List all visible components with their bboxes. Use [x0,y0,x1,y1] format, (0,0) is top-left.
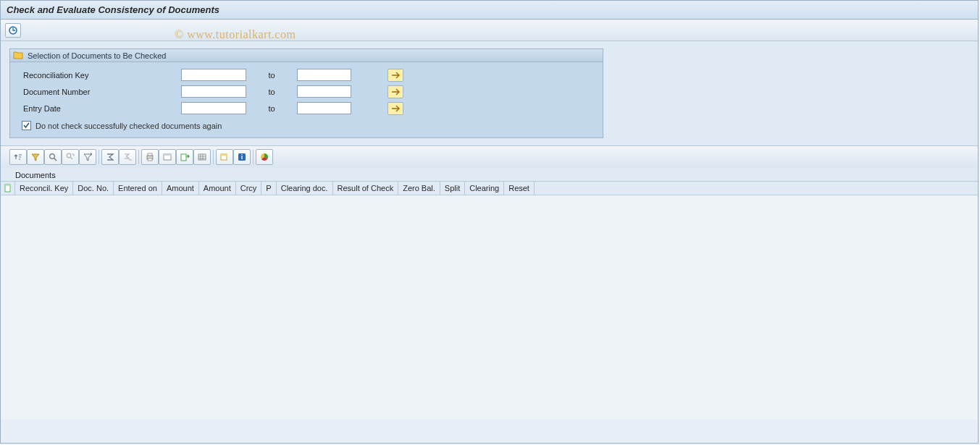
field-label: Reconciliation Key [22,71,181,80]
reconciliation-key-from-input[interactable] [181,69,246,81]
svg-rect-7 [164,154,171,156]
graphic-button[interactable] [256,149,273,165]
alv-column-header-row: Reconcil. Key Doc. No. Entered on Amount… [1,181,978,195]
toolbar-separator [253,150,254,164]
svg-rect-8 [181,154,186,161]
checkbox-row: Do not check successfully checked docume… [22,116,597,130]
alv-body [1,195,978,420]
col-amount-1[interactable]: Amount [162,182,199,195]
find-next-button[interactable] [62,149,79,165]
col-clearing-doc[interactable]: Clearing doc. [277,182,333,195]
alv-heading: Documents [1,168,978,181]
svg-text:i: i [241,153,243,161]
no-recheck-checkbox[interactable] [22,121,31,130]
groupbox-title: Selection of Documents to Be Checked [28,51,166,60]
folder-icon [13,51,23,61]
col-zero-bal[interactable]: Zero Bal. [398,182,440,195]
entry-date-to-input[interactable] [297,102,351,114]
toolbar-separator [138,150,139,164]
toolbar-separator [99,150,99,164]
col-reconcil-key[interactable]: Reconcil. Key [15,182,73,195]
svg-rect-9 [198,154,206,160]
info-button[interactable]: i [233,149,251,165]
svg-rect-5 [148,158,152,161]
row-selector-header[interactable] [1,182,15,195]
field-label: Entry Date [22,104,181,113]
sap-window: Check and Evaluate Consistency of Docume… [0,0,979,444]
page-title: Check and Evaluate Consistency of Docume… [7,4,219,15]
filter-button[interactable] [27,149,44,165]
document-icon [4,184,12,192]
range-to-label: to [246,104,297,113]
range-to-label: to [246,88,297,96]
svg-point-1 [50,154,55,159]
find-button[interactable] [44,149,62,165]
document-number-to-input[interactable] [297,85,351,98]
col-crcy[interactable]: Crcy [236,182,262,195]
title-bar: Check and Evaluate Consistency of Docume… [1,1,978,20]
multiple-selection-button[interactable] [388,69,403,82]
selection-area: Selection of Documents to Be Checked Rec… [1,41,978,146]
col-p[interactable]: P [261,182,276,195]
field-row-document-number: Document Number to [22,83,597,100]
subtotal-button[interactable] [119,149,136,165]
app-toolbar [1,20,978,41]
groupbox-header: Selection of Documents to Be Checked [10,49,603,62]
field-row-reconciliation-key: Reconciliation Key to [22,67,597,83]
groupbox-body: Reconciliation Key to Document Number to [10,62,603,137]
multiple-selection-button[interactable] [388,102,403,115]
reconciliation-key-to-input[interactable] [297,69,351,81]
field-label: Document Number [22,88,181,96]
set-filter-button[interactable] [79,149,96,165]
col-doc-no[interactable]: Doc. No. [73,182,114,195]
col-amount-2[interactable]: Amount [199,182,236,195]
checkbox-label: Do not check successfully checked docume… [35,122,222,130]
sort-asc-button[interactable] [9,149,27,165]
toolbar-separator [213,150,214,164]
col-reset[interactable]: Reset [504,182,535,195]
view-button[interactable] [159,149,176,165]
selection-groupbox: Selection of Documents to Be Checked Rec… [9,48,603,138]
svg-rect-11 [221,154,227,156]
col-split[interactable]: Split [440,182,465,195]
layout-button[interactable] [193,149,211,165]
range-to-label: to [246,71,297,80]
select-layout-button[interactable] [216,149,233,165]
col-entered-on[interactable]: Entered on [114,182,162,195]
sum-button[interactable] [101,149,119,165]
col-clearing[interactable]: Clearing [465,182,504,195]
alv-toolbar: i [1,146,978,168]
svg-rect-4 [148,153,152,156]
entry-date-from-input[interactable] [181,102,246,114]
export-button[interactable] [176,149,193,165]
svg-rect-16 [5,185,10,186]
field-row-entry-date: Entry Date to [22,100,597,116]
multiple-selection-button[interactable] [388,85,403,98]
svg-point-2 [67,153,71,158]
document-number-from-input[interactable] [181,85,246,98]
print-button[interactable] [141,149,159,165]
execute-button[interactable] [5,23,21,38]
col-result[interactable]: Result of Check [333,182,399,195]
